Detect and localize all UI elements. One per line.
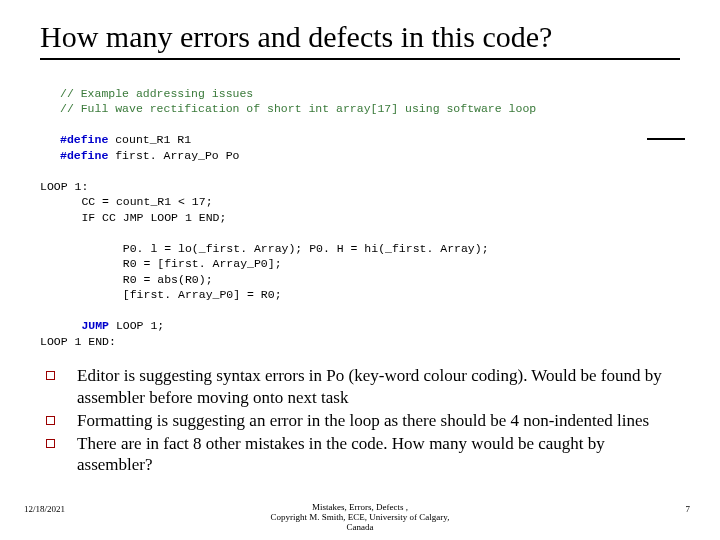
- bullet-text: Editor is suggesting syntax errors in Po…: [77, 365, 680, 408]
- footer-center-line2: Copyright M. Smith, ECE, University of C…: [271, 512, 450, 522]
- code-line-r0b: R0 = abs(R0);: [40, 273, 213, 286]
- footer-page-number: 7: [686, 504, 691, 514]
- code-jump-kw: JUMP: [40, 319, 109, 332]
- bullet-text: Formatting is suggesting an error in the…: [77, 410, 649, 431]
- code-body: LOOP 1: CC = count_R1 < 17; IF CC JMP LO…: [40, 163, 680, 349]
- code-define-1-body: count_R1 R1: [108, 133, 191, 146]
- bullet-item: Editor is suggesting syntax errors in Po…: [46, 365, 680, 408]
- footer-center-line1: Mistakes, Errors, Defects ,: [312, 502, 408, 512]
- code-label-end: LOOP 1 END:: [40, 335, 116, 348]
- code-define-1-kw: #define: [60, 133, 108, 146]
- bullet-item: There are in fact 8 other mistakes in th…: [46, 433, 680, 476]
- underline-mark: [647, 138, 685, 140]
- code-line-r0a: R0 = [first. Array_P0];: [40, 257, 282, 270]
- code-jump-target: LOOP 1;: [109, 319, 164, 332]
- code-block: // Example addressing issues // Full wav…: [60, 70, 680, 163]
- bullet-box-icon: [46, 371, 55, 380]
- code-define-2-kw: #define: [60, 149, 108, 162]
- bullet-list: Editor is suggesting syntax errors in Po…: [46, 365, 680, 475]
- code-comment-1: // Example addressing issues: [60, 87, 253, 100]
- code-line-store: [first. Array_P0] = R0;: [40, 288, 282, 301]
- footer-center: Mistakes, Errors, Defects , Copyright M.…: [230, 502, 490, 532]
- code-line-p0: P0. l = lo(_first. Array); P0. H = hi(_f…: [40, 242, 489, 255]
- footer-center-line3: Canada: [347, 522, 374, 532]
- slide-title: How many errors and defects in this code…: [40, 20, 680, 60]
- bullet-box-icon: [46, 439, 55, 448]
- bullet-text: There are in fact 8 other mistakes in th…: [77, 433, 680, 476]
- footer-date: 12/18/2021: [24, 504, 65, 514]
- bullet-item: Formatting is suggesting an error in the…: [46, 410, 680, 431]
- bullet-box-icon: [46, 416, 55, 425]
- code-label-loop1: LOOP 1:: [40, 180, 88, 193]
- code-define-2-body: first. Array_Po Po: [108, 149, 239, 162]
- code-line-cc: CC = count_R1 < 17;: [40, 195, 213, 208]
- code-line-ifcc: IF CC JMP LOOP 1 END;: [40, 211, 226, 224]
- code-comment-2: // Full wave rectification of short int …: [60, 102, 536, 115]
